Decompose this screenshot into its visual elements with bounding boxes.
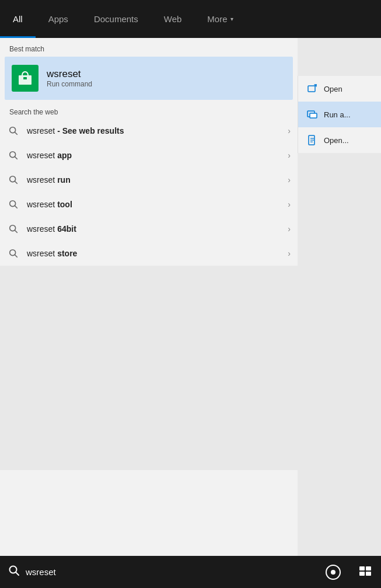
suggestion-text-0: wsreset - See web results [27, 126, 281, 135]
best-match-text-block: wsreset Run command [47, 68, 92, 88]
svg-line-13 [15, 255, 17, 257]
suggestion-text-1: wsreset app [27, 151, 281, 160]
search-bar[interactable] [0, 565, 317, 579]
chevron-right-icon-1: › [288, 151, 291, 160]
search-icon-5 [7, 247, 20, 260]
search-input[interactable] [26, 567, 309, 577]
svg-line-3 [15, 132, 17, 134]
svg-rect-1 [23, 77, 27, 79]
context-menu-panel: Open Run a... Open... [298, 76, 381, 153]
taskbar-search-icon [8, 565, 20, 579]
best-match-title: wsreset [47, 68, 92, 80]
tab-more[interactable]: More ▾ [194, 0, 246, 38]
best-match-item[interactable]: wsreset Run command [5, 57, 293, 100]
file-icon [306, 134, 318, 146]
svg-line-9 [15, 206, 17, 208]
svg-rect-26 [359, 572, 365, 576]
cortana-button[interactable] [317, 556, 349, 588]
suggestion-item-1[interactable]: wsreset app › [0, 143, 298, 168]
svg-line-11 [15, 230, 17, 232]
context-item-open2[interactable]: Open... [298, 127, 381, 153]
store-icon [16, 69, 34, 87]
tab-documents[interactable]: Documents [81, 0, 151, 38]
best-match-section-label: Best match [0, 38, 298, 57]
suggestion-item-5[interactable]: wsreset store › [0, 241, 298, 266]
svg-line-5 [15, 156, 17, 159]
empty-area [0, 266, 298, 470]
svg-line-7 [15, 181, 17, 183]
context-open-label: Open [324, 85, 342, 93]
chevron-right-icon-0: › [288, 126, 291, 135]
svg-rect-25 [366, 566, 371, 570]
suggestion-text-4: wsreset 64bit [27, 224, 281, 234]
web-search-section-label: Search the web [0, 100, 298, 119]
tab-web-label: Web [164, 14, 182, 24]
svg-line-22 [16, 572, 19, 575]
suggestion-text-3: wsreset tool [27, 200, 281, 209]
search-icon-1 [7, 149, 20, 162]
svg-point-23 [331, 570, 335, 575]
svg-rect-0 [19, 75, 32, 85]
cortana-icon [326, 565, 341, 580]
suggestion-item-0[interactable]: wsreset - See web results › [0, 119, 298, 143]
tab-apps[interactable]: Apps [36, 0, 81, 38]
tab-web[interactable]: Web [151, 0, 195, 38]
tab-all-label: All [13, 14, 23, 24]
run-icon [306, 109, 318, 120]
task-view-button[interactable] [349, 556, 381, 588]
suggestion-item-2[interactable]: wsreset run › [0, 168, 298, 192]
context-item-run[interactable]: Run a... [298, 102, 381, 127]
search-icon-3 [7, 198, 20, 211]
tab-more-label: More [207, 14, 227, 24]
svg-rect-24 [359, 566, 365, 570]
chevron-right-icon-2: › [288, 175, 291, 185]
suggestion-text-2: wsreset run [27, 175, 281, 185]
suggestion-item-4[interactable]: wsreset 64bit › [0, 217, 298, 241]
context-run-label: Run a... [324, 110, 351, 119]
svg-rect-27 [366, 572, 371, 576]
suggestion-item-3[interactable]: wsreset tool › [0, 192, 298, 217]
context-item-open[interactable]: Open [298, 76, 381, 102]
task-view-icon [359, 566, 371, 578]
chevron-right-icon-3: › [288, 200, 291, 209]
taskbar [0, 556, 381, 588]
chevron-down-icon: ▾ [230, 16, 233, 22]
chevron-right-icon-4: › [288, 224, 291, 234]
top-navigation: All Apps Documents Web More ▾ [0, 0, 381, 38]
app-icon-wrapper [12, 65, 39, 92]
search-icon-2 [7, 173, 20, 186]
search-icon-0 [7, 124, 20, 137]
tab-all[interactable]: All [0, 0, 36, 38]
open-window-icon [306, 83, 318, 95]
tab-apps-label: Apps [48, 14, 68, 24]
results-panel: Best match wsreset Run command Search th… [0, 38, 298, 556]
tab-documents-label: Documents [94, 14, 138, 24]
context-open2-label: Open... [324, 136, 349, 145]
chevron-right-icon-5: › [288, 249, 291, 258]
search-icon-4 [7, 222, 20, 235]
best-match-subtitle: Run command [47, 80, 92, 88]
suggestion-text-5: wsreset store [27, 249, 281, 258]
svg-rect-16 [310, 113, 317, 118]
svg-rect-14 [308, 86, 315, 92]
